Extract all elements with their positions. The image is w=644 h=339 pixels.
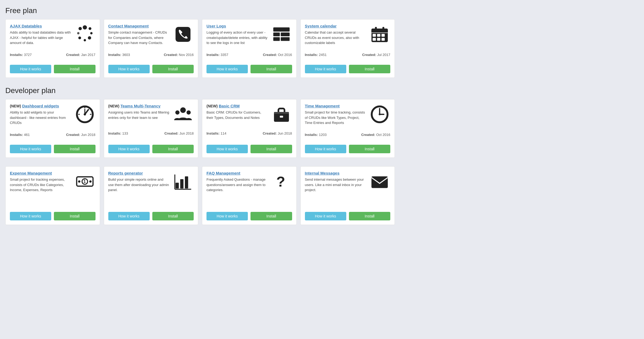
install-button-ajax-datatables[interactable]: Install xyxy=(54,65,95,73)
card-icon-calendar xyxy=(369,24,390,45)
card-dashboard-widgets: (NEW) Dashboard widgetsAbility to add wi… xyxy=(5,99,100,158)
svg-point-33 xyxy=(180,107,186,113)
svg-rect-18 xyxy=(373,34,376,37)
card-title-time-management[interactable]: Time Management xyxy=(305,104,340,108)
card-created-teams-multi-tenancy: Created: Jun 2018 xyxy=(164,131,194,135)
how-it-works-button-basic-crm[interactable]: How it works xyxy=(206,145,248,153)
how-it-works-button-internal-messages[interactable]: How it works xyxy=(305,212,346,220)
install-button-teams-multi-tenancy[interactable]: Install xyxy=(152,145,194,153)
install-button-dashboard-widgets[interactable]: Install xyxy=(54,145,95,153)
card-description-expense-management: Small project for tracking expenses, con… xyxy=(10,177,71,193)
install-button-system-calendar[interactable]: Install xyxy=(349,65,390,73)
card-installs-user-logs: Installs: 3357 xyxy=(206,53,228,57)
card-installs-system-calendar: Installs: 2451 xyxy=(305,53,327,57)
card-expense-management: Expense ManagementSmall project for trac… xyxy=(5,166,100,225)
card-content-basic-crm: (NEW) Basic CRMBasic CRM: CRUDs for Cust… xyxy=(206,104,268,123)
svg-point-34 xyxy=(175,110,180,115)
card-prefix-basic-crm: (NEW) xyxy=(206,104,219,108)
card-icon-money: 1 xyxy=(74,171,96,192)
how-it-works-button-contact-management[interactable]: How it works xyxy=(108,65,150,73)
svg-point-47 xyxy=(89,180,92,183)
card-icon-dashboard xyxy=(74,104,96,125)
card-meta-dashboard-widgets: Installs: 461Created: Jun 2018 xyxy=(10,133,96,137)
card-title-reports-generator[interactable]: Reports generator xyxy=(108,171,143,175)
card-content-faq-management: FAQ ManagementFrequently Asked Questions… xyxy=(206,171,268,195)
svg-rect-50 xyxy=(185,176,188,189)
card-installs-time-management: Installs: 1203 xyxy=(305,133,327,137)
section-1: Developer plan(NEW) Dashboard widgetsAbi… xyxy=(5,86,395,158)
card-actions-time-management: How it worksInstall xyxy=(305,145,391,153)
how-it-works-button-system-calendar[interactable]: How it works xyxy=(305,65,346,73)
card-title-ajax-datatables[interactable]: AJAX Datatables xyxy=(10,24,42,28)
card-title-teams-multi-tenancy[interactable]: Teams Multi-Tenancy xyxy=(120,104,160,108)
card-actions-teams-multi-tenancy: How it worksInstall xyxy=(108,145,194,153)
install-button-user-logs[interactable]: Install xyxy=(251,65,292,73)
card-installs-basic-crm: Installs: 114 xyxy=(206,131,226,135)
how-it-works-button-reports-generator[interactable]: How it works xyxy=(108,212,150,220)
card-header-time-management: Time ManagementSmall project for time tr… xyxy=(305,104,391,128)
card-created-basic-crm: Created: Jun 2018 xyxy=(263,131,292,135)
install-button-time-management[interactable]: Install xyxy=(349,145,390,153)
how-it-works-button-time-management[interactable]: How it works xyxy=(305,145,346,153)
how-it-works-button-expense-management[interactable]: How it works xyxy=(10,212,51,220)
svg-point-1 xyxy=(83,25,87,30)
card-title-basic-crm[interactable]: Basic CRM xyxy=(219,104,240,108)
card-description-faq-management: Frequently Asked Questions - manage ques… xyxy=(206,177,268,193)
install-button-basic-crm[interactable]: Install xyxy=(251,145,292,153)
how-it-works-button-ajax-datatables[interactable]: How it works xyxy=(10,65,51,73)
card-title-faq-management[interactable]: FAQ Management xyxy=(206,171,240,175)
card-description-reports-generator: Build your simple reports online and use… xyxy=(108,177,170,193)
card-actions-reports-generator: How it worksInstall xyxy=(108,212,194,220)
card-meta-ajax-datatables: Installs: 3727Created: Jan 2017 xyxy=(10,53,96,57)
install-button-reports-generator[interactable]: Install xyxy=(152,212,194,220)
card-installs-dashboard-widgets: Installs: 461 xyxy=(10,133,30,137)
card-title-expense-management[interactable]: Expense Management xyxy=(10,171,52,175)
card-header-ajax-datatables: AJAX DatatablesAdds ability to load data… xyxy=(10,24,96,48)
cards-grid-2: Expense ManagementSmall project for trac… xyxy=(5,166,395,225)
svg-point-35 xyxy=(186,110,191,115)
card-title-contact-management[interactable]: Contact Management xyxy=(108,24,149,28)
svg-rect-54 xyxy=(371,176,388,188)
install-button-expense-management[interactable]: Install xyxy=(54,212,95,220)
how-it-works-button-teams-multi-tenancy[interactable]: How it works xyxy=(108,145,150,153)
card-icon-clock xyxy=(369,104,390,125)
svg-rect-38 xyxy=(280,116,283,118)
card-content-user-logs: User LogsLogging of every action of ever… xyxy=(206,24,268,48)
card-icon-envelope xyxy=(369,171,390,192)
card-description-time-management: Small project for time tracking, consist… xyxy=(305,110,367,126)
card-actions-user-logs: How it worksInstall xyxy=(206,65,292,73)
card-actions-internal-messages: How it worksInstall xyxy=(305,212,391,220)
card-actions-faq-management: How it worksInstall xyxy=(206,212,292,220)
card-installs-teams-multi-tenancy: Installs: 133 xyxy=(108,131,128,135)
how-it-works-button-dashboard-widgets[interactable]: How it works xyxy=(10,145,51,153)
how-it-works-button-faq-management[interactable]: How it works xyxy=(206,212,248,220)
how-it-works-button-user-logs[interactable]: How it works xyxy=(206,65,248,73)
svg-rect-9 xyxy=(273,27,289,32)
card-description-basic-crm: Basic CRM: CRUDs for Customers, their Ty… xyxy=(206,110,268,120)
card-actions-ajax-datatables: How it worksInstall xyxy=(10,65,96,73)
card-meta-system-calendar: Installs: 2451Created: Jul 2017 xyxy=(305,53,391,57)
card-ajax-datatables: AJAX DatatablesAdds ability to load data… xyxy=(5,19,100,78)
svg-point-3 xyxy=(90,32,93,34)
card-created-user-logs: Created: Oct 2016 xyxy=(263,53,292,57)
card-title-user-logs[interactable]: User Logs xyxy=(206,24,226,28)
card-title-internal-messages[interactable]: Internal Messages xyxy=(305,171,340,175)
card-prefix-teams-multi-tenancy: (NEW) xyxy=(108,104,121,108)
card-title-system-calendar[interactable]: System calendar xyxy=(305,24,337,28)
card-description-system-calendar: Calendar that can accept several CRUDs a… xyxy=(305,30,367,46)
install-button-internal-messages[interactable]: Install xyxy=(349,212,390,220)
card-description-ajax-datatables: Adds ability to load datatables data wit… xyxy=(10,30,71,46)
card-faq-management: FAQ ManagementFrequently Asked Questions… xyxy=(202,166,297,225)
card-created-contact-management: Created: Nov 2016 xyxy=(164,53,194,57)
svg-point-6 xyxy=(78,37,81,39)
card-meta-basic-crm: Installs: 114Created: Jun 2018 xyxy=(206,131,292,135)
svg-text:1: 1 xyxy=(83,179,86,184)
card-internal-messages: Internal MessagesSend internal messages … xyxy=(300,166,395,225)
card-description-contact-management: Simple contact management - CRUDs for Co… xyxy=(108,30,170,46)
svg-rect-25 xyxy=(383,27,384,31)
install-button-faq-management[interactable]: Install xyxy=(251,212,292,220)
card-title-dashboard-widgets[interactable]: Dashboard widgets xyxy=(22,104,59,108)
card-meta-user-logs: Installs: 3357Created: Oct 2016 xyxy=(206,53,292,57)
card-header-teams-multi-tenancy: (NEW) Teams Multi-TenancyAssigning users… xyxy=(108,104,194,125)
install-button-contact-management[interactable]: Install xyxy=(152,65,194,73)
